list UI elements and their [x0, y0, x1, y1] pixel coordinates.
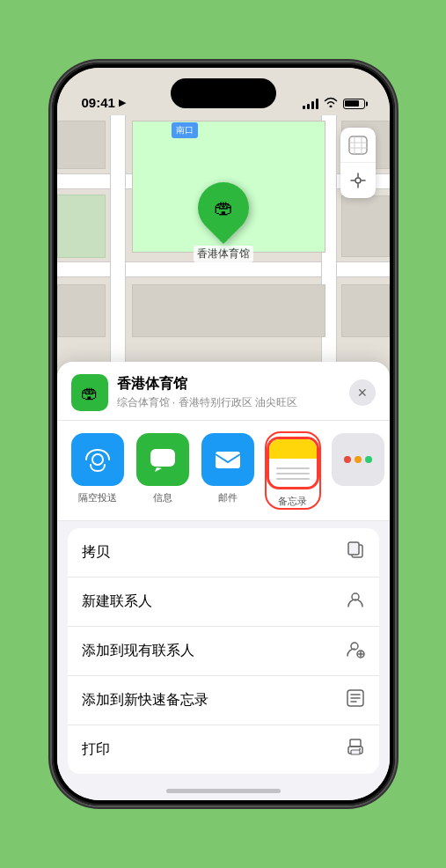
action-quick-note-label: 添加到新快速备忘录 — [82, 691, 208, 710]
action-new-contact[interactable]: 新建联系人 — [68, 577, 379, 627]
svg-rect-10 — [348, 542, 359, 555]
notes-icon — [267, 437, 319, 489]
airdrop-label: 隔空投送 — [78, 491, 117, 504]
action-add-contact-label: 添加到现有联系人 — [82, 642, 194, 660]
location-venue-icon: 🏟 — [71, 374, 108, 411]
action-new-contact-label: 新建联系人 — [82, 592, 152, 611]
close-button[interactable]: ✕ — [349, 379, 376, 406]
signal-bars — [303, 99, 318, 109]
location-name: 香港体育馆 — [117, 375, 349, 394]
action-print[interactable]: 打印 — [68, 725, 379, 774]
location-pin: 🏟 香港体育馆 — [194, 182, 253, 262]
svg-rect-20 — [350, 739, 361, 747]
location-header: 🏟 香港体育馆 综合体育馆 · 香港特别行政区 油尖旺区 ✕ — [57, 362, 390, 421]
phone-screen: 09:41 ▶ — [57, 68, 390, 800]
status-time: 09:41 — [82, 95, 115, 110]
map-controls — [340, 128, 376, 198]
mail-label: 邮件 — [218, 491, 238, 504]
messages-icon — [136, 433, 189, 486]
share-notes[interactable]: 备忘录 — [267, 433, 319, 508]
share-airdrop[interactable]: 隔空投送 — [71, 433, 124, 508]
svg-rect-0 — [349, 136, 367, 154]
quick-note-icon — [346, 688, 365, 712]
add-contact-icon — [346, 639, 365, 663]
bottom-sheet: 🏟 香港体育馆 综合体育馆 · 香港特别行政区 油尖旺区 ✕ — [57, 362, 390, 800]
location-arrow-icon: ▶ — [119, 97, 126, 108]
svg-point-6 — [92, 454, 103, 465]
copy-icon — [346, 541, 365, 564]
share-more[interactable] — [332, 433, 384, 508]
airdrop-icon — [71, 433, 124, 486]
status-icons — [303, 97, 365, 110]
svg-rect-7 — [150, 449, 175, 467]
svg-point-1 — [355, 178, 361, 183]
svg-rect-22 — [351, 750, 360, 754]
location-button[interactable] — [340, 163, 376, 198]
phone-frame: 09:41 ▶ — [52, 63, 395, 805]
new-contact-icon — [346, 590, 365, 614]
print-icon — [346, 738, 365, 761]
action-quick-note[interactable]: 添加到新快速备忘录 — [68, 676, 379, 725]
share-messages[interactable]: 信息 — [136, 433, 189, 508]
mail-icon — [201, 433, 254, 486]
more-icon — [332, 433, 384, 486]
share-mail[interactable]: 邮件 — [201, 433, 254, 508]
action-list: 拷贝 新建联系人 — [68, 528, 379, 774]
pin-label: 香港体育馆 — [194, 246, 253, 262]
home-indicator — [166, 789, 281, 793]
wifi-icon — [324, 97, 338, 110]
svg-point-23 — [359, 748, 361, 750]
action-print-label: 打印 — [82, 740, 110, 759]
action-add-contact[interactable]: 添加到现有联系人 — [68, 627, 379, 676]
location-description: 综合体育馆 · 香港特别行政区 油尖旺区 — [117, 395, 349, 410]
map-type-button[interactable] — [340, 128, 376, 163]
battery-icon — [343, 99, 365, 109]
action-copy-label: 拷贝 — [82, 543, 110, 562]
action-copy[interactable]: 拷贝 — [68, 528, 379, 577]
messages-label: 信息 — [153, 491, 172, 504]
map-label: 南口 — [172, 122, 198, 138]
dynamic-island — [171, 78, 276, 108]
svg-rect-8 — [216, 452, 240, 468]
share-row: 隔空投送 信息 — [57, 421, 390, 521]
notes-label: 备忘录 — [278, 495, 307, 508]
